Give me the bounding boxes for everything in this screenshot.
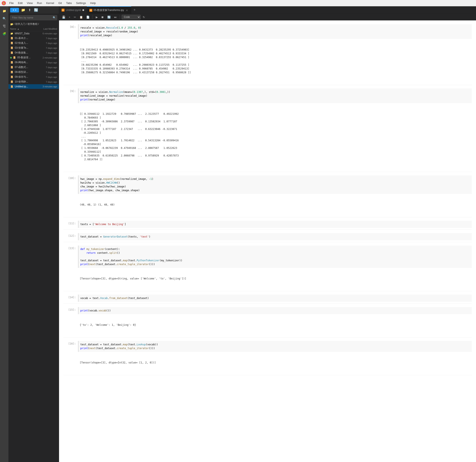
- file-item-04[interactable]: 📔 04-数据集... 7 days ago: [8, 50, 59, 55]
- save-button[interactable]: 💾: [61, 15, 67, 19]
- run-button[interactable]: ▶: [94, 15, 99, 19]
- notebook-icon: 📔: [10, 61, 14, 64]
- cell-number-14: [14]:: [63, 295, 78, 302]
- file-item-09[interactable]: 📔 09-保存与... 7 days ago: [8, 74, 59, 79]
- tab-untitled[interactable]: py Untitled.ipynb: [59, 6, 87, 14]
- sidebar-extensions-icon[interactable]: 🧩: [1, 31, 7, 37]
- menu-view[interactable]: View: [25, 1, 34, 5]
- file-name: 08-模型训...: [15, 70, 36, 74]
- cell-input-9: normalize = vision.Normalize(mean=(0.130…: [78, 88, 472, 103]
- breadcrumb-text: / 初学入门 / 初学教程 /: [14, 22, 39, 26]
- menu-file[interactable]: File: [8, 1, 15, 5]
- notebook-icon: 📔: [10, 66, 14, 69]
- cell-number-12: [12]:: [63, 233, 78, 240]
- cut-button[interactable]: ✂: [73, 15, 77, 19]
- cell-number-9: [9]:: [63, 88, 78, 170]
- upload-button[interactable]: ⬆: [27, 8, 32, 12]
- svg-line-4: [4, 26, 4, 27]
- column-modified-header[interactable]: Last Modified: [34, 28, 57, 30]
- new-tab-button[interactable]: +: [131, 8, 138, 12]
- menu-help[interactable]: Help: [89, 1, 98, 5]
- menu-bar: 🐍 File Edit View Run Kernel Git Tabs Set…: [0, 0, 476, 6]
- file-date: 7 days ago: [36, 61, 57, 64]
- breadcrumb: 📁 / 初学入门 / 初学教程 /: [8, 22, 59, 27]
- file-item-08[interactable]: 📔 08-模型训... 7 days ago: [8, 70, 59, 74]
- file-date: 7 days ago: [36, 42, 57, 44]
- file-panel: + + 📁 ⬆ 🔄 🔍 📁 / 初学入门 / 初学教程 / Name ▲ Las…: [8, 6, 59, 462]
- add-cell-button[interactable]: +: [68, 15, 72, 19]
- active-dot-indicator: [10, 57, 12, 58]
- cell-content-12[interactable]: test_dataset = GeneratorDataset(texts, '…: [78, 233, 472, 240]
- sort-icon: ▲: [17, 28, 19, 30]
- copy-button[interactable]: 📋: [78, 15, 84, 19]
- cell-type-select[interactable]: Code Markdown Raw: [122, 15, 141, 19]
- menu-run[interactable]: Run: [35, 1, 44, 5]
- file-item-10[interactable]: 📔 10-使用静... 7 days ago: [8, 79, 59, 84]
- file-name: 10-使用静...: [15, 80, 36, 84]
- icon-sidebar: 📁 🔍 🧩: [0, 6, 8, 462]
- restart-button[interactable]: 🔄: [106, 15, 112, 19]
- file-name: Untitled.ip...: [15, 85, 36, 88]
- file-item-untitled[interactable]: 📔 Untitled.ip... 3 minutes ago: [8, 84, 59, 89]
- column-name-header[interactable]: Name ▲: [10, 28, 34, 30]
- file-item-mnist[interactable]: 📁 MNIST_Data 6 minutes ago: [8, 31, 59, 36]
- cell-9: [9]: normalize = vision.Normalize(mean=(…: [63, 87, 472, 172]
- sidebar-git-icon[interactable]: [1, 23, 7, 29]
- cell-input-16: test_dataset = test_dataset.map(text.Loo…: [78, 341, 472, 352]
- cell-number-13: [13]:: [63, 246, 78, 289]
- cell-content-9[interactable]: normalize = vision.Normalize(mean=(0.130…: [78, 88, 472, 170]
- stop-button[interactable]: ⏹: [100, 15, 105, 19]
- sidebar-search-icon[interactable]: 🔍: [1, 16, 7, 22]
- file-name: 06-网络构...: [15, 61, 36, 64]
- cell-15: [15]: print(vocab.vocab()) {'to': 2, 'We…: [63, 305, 472, 338]
- tab-notebook-icon: py: [61, 9, 65, 12]
- file-date: 7 days ago: [36, 66, 57, 69]
- svg-point-1: [4, 26, 5, 27]
- file-name: 02-快速入...: [15, 41, 36, 45]
- file-name: 05-数据变...: [17, 56, 36, 59]
- file-name: 07-函数式...: [15, 66, 36, 69]
- run-all-button[interactable]: ⏭: [113, 15, 118, 19]
- menu-git[interactable]: Git: [57, 1, 64, 5]
- cell-content-8[interactable]: rescale = vision.Rescale(1.0 / 255.0, 0)…: [78, 24, 472, 83]
- menu-settings[interactable]: Settings: [74, 1, 88, 5]
- file-date: 2 minutes ago: [36, 57, 57, 59]
- search-box: 🔍: [10, 15, 57, 20]
- cell-content-16[interactable]: test_dataset = test_dataset.map(text.Loo…: [78, 341, 472, 373]
- cell-content-14[interactable]: vocab = text.Vocab.from_dataset(test_dat…: [78, 295, 472, 302]
- file-item-05[interactable]: 📔 05-数据变... 2 minutes ago: [8, 55, 59, 60]
- tab-transforms[interactable]: py 05-数据变换Transforms.ipy ✕: [87, 6, 131, 14]
- menu-edit[interactable]: Edit: [16, 1, 24, 5]
- search-input[interactable]: [10, 15, 57, 20]
- tab-close-button[interactable]: ✕: [125, 9, 128, 12]
- cell-16: [16]: test_dataset = test_dataset.map(te…: [63, 339, 472, 375]
- file-item-06[interactable]: 📔 06-网络构... 7 days ago: [8, 60, 59, 65]
- file-panel-toolbar: + + 📁 ⬆ 🔄: [8, 6, 59, 14]
- file-date: 6 minutes ago: [36, 32, 57, 35]
- cell-content-13[interactable]: def my_tokenizer(content): return conten…: [78, 246, 472, 289]
- cell-13: [13]: def my_tokenizer(content): return …: [63, 244, 472, 291]
- menu-tabs[interactable]: Tabs: [64, 1, 73, 5]
- notebook-toolbar: 💾 + ✂ 📋 📄 ▶ ⏹ 🔄 ⏭ Code Markdown Raw ↻: [59, 14, 476, 20]
- search-icon: 🔍: [53, 16, 56, 19]
- file-name: 03-张量Te...: [15, 46, 36, 50]
- paste-button[interactable]: 📄: [85, 15, 91, 19]
- refresh-button[interactable]: 🔄: [33, 8, 39, 12]
- refresh-kernel-button[interactable]: ↻: [141, 15, 146, 19]
- file-item-02[interactable]: 📔 02-快速入... 7 days ago: [8, 41, 59, 45]
- sidebar-files-icon[interactable]: 📁: [1, 8, 7, 14]
- cell-content-15[interactable]: print(vocab.vocab()) {'to': 2, 'Welcome'…: [78, 307, 472, 336]
- file-date: 7 days ago: [36, 47, 57, 49]
- file-item-07[interactable]: 📔 07-函数式... 7 days ago: [8, 65, 59, 70]
- cell-output-9: [[ 0.33948112 1.1922729 0.70859987 ... 2…: [78, 103, 472, 170]
- file-item-03[interactable]: 📔 03-张量Te... 7 days ago: [8, 45, 59, 50]
- open-folder-button[interactable]: 📁: [20, 8, 26, 12]
- new-file-button[interactable]: + +: [10, 8, 19, 12]
- breadcrumb-folder-icon: 📁: [10, 23, 13, 26]
- file-date: 3 minutes ago: [36, 85, 57, 88]
- cell-input-11: texts = ['Welcome to Beijing']: [78, 221, 472, 228]
- menu-kernel[interactable]: Kernel: [44, 1, 56, 5]
- cell-content-10[interactable]: hwc_image = np.expand_dims(normalized_im…: [78, 175, 472, 215]
- cell-content-11[interactable]: texts = ['Welcome to Beijing']: [78, 221, 472, 228]
- file-item-01[interactable]: 📔 01-基本介... 7 days ago: [8, 36, 59, 41]
